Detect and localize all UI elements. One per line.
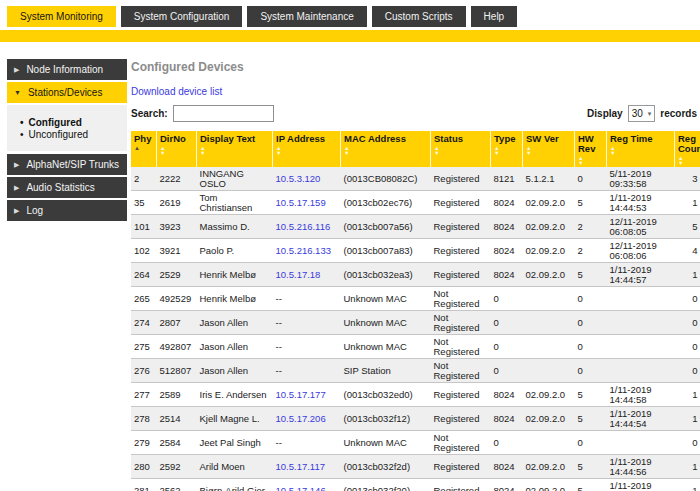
ip-cell: 10.5.17.117: [273, 455, 341, 479]
regtime-cell: [607, 431, 675, 455]
ip-cell: --: [273, 335, 341, 359]
column-label: Status: [434, 133, 463, 144]
column-header-type[interactable]: Type▲▼: [491, 131, 523, 167]
swver-cell: 5.1.2.1: [523, 167, 575, 191]
mac-cell: Unknown MAC: [341, 431, 431, 455]
dirno-cell: 2592: [157, 455, 197, 479]
sidebar-item-label: Stations/Devices: [28, 87, 102, 98]
ip-address-link[interactable]: 10.5.17.159: [276, 197, 326, 208]
tab-system-maintenance[interactable]: System Maintenance: [247, 6, 366, 27]
column-header-reg-time[interactable]: Reg Time▲▼: [607, 131, 675, 167]
status-cell: Registered: [431, 407, 491, 431]
mac-cell: (0013cb032ed0): [341, 383, 431, 407]
ip-address-link[interactable]: 10.5.17.206: [276, 413, 326, 424]
records-per-page-select[interactable]: 30 ▾: [628, 105, 656, 122]
sort-both-icon: ▲▼: [494, 146, 520, 155]
sort-both-icon: ▲▼: [344, 146, 428, 155]
column-header-reg-count[interactable]: Reg Count▲▼: [675, 131, 700, 167]
tab-system-monitoring[interactable]: System Monitoring: [7, 6, 116, 27]
ip-cell: 10.5.17.146: [273, 479, 341, 491]
regcount-cell: 1: [675, 383, 700, 407]
column-header-hw-rev[interactable]: HW Rev▲▼: [575, 131, 607, 167]
swver-cell: [523, 431, 575, 455]
records-per-page-value: 30: [632, 108, 643, 119]
column-header-dirno[interactable]: DirNo▲▼: [157, 131, 197, 167]
type-cell: 0: [491, 431, 523, 455]
device-row: 2792584Jeet Pal Singh--Unknown MACNot Re…: [131, 431, 700, 455]
ip-address-link[interactable]: 10.5.17.146: [276, 485, 326, 491]
regtime-cell: [607, 335, 675, 359]
dirno-cell: 512807: [157, 359, 197, 383]
status-cell: Registered: [431, 383, 491, 407]
sidebar-item-alphanet-sip-trunks[interactable]: ▶ AlphaNet/SIP Trunks: [7, 154, 127, 175]
hwrev-cell: 0: [575, 287, 607, 311]
column-header-phy[interactable]: Phy▲: [131, 131, 157, 167]
ip-address-link[interactable]: 10.5.17.18: [276, 269, 321, 280]
sort-both-icon: ▲▼: [578, 156, 604, 165]
regcount-cell: 1: [675, 191, 700, 215]
sort-both-icon: ▲▼: [200, 146, 270, 155]
device-row: 2772589Iris E. Andersen10.5.17.177(0013c…: [131, 383, 700, 407]
dirno-cell: 2529: [157, 263, 197, 287]
column-header-ip-address[interactable]: IP Address▲▼: [273, 131, 341, 167]
submenu-item-unconfigured[interactable]: • Unconfigured: [20, 129, 123, 141]
hwrev-cell: 5: [575, 455, 607, 479]
column-header-display-text[interactable]: Display Text▲▼: [197, 131, 273, 167]
bullet-icon: •: [20, 117, 24, 129]
phy-cell: 264: [131, 263, 157, 287]
device-row: 275492807Jason Allen--Unknown MACNot Reg…: [131, 335, 700, 359]
regtime-cell: 5/11-2019 09:33:58: [607, 167, 675, 191]
sidebar-item-node-information[interactable]: ▶ Node Information: [7, 59, 127, 80]
regtime-cell: [607, 359, 675, 383]
phy-cell: 279: [131, 431, 157, 455]
regcount-cell: 0: [675, 287, 700, 311]
swver-cell: 02.09.2.0: [523, 479, 575, 491]
hwrev-cell: 0: [575, 359, 607, 383]
mac-cell: (0013CB08082C): [341, 167, 431, 191]
tab-custom-scripts[interactable]: Custom Scripts: [372, 6, 466, 27]
dirno-cell: 2589: [157, 383, 197, 407]
ip-address-link[interactable]: 10.5.17.177: [276, 389, 326, 400]
tab-help[interactable]: Help: [471, 6, 518, 27]
ip-address-link[interactable]: 10.5.3.120: [276, 173, 321, 184]
sidebar-item-audio-statistics[interactable]: ▶ Audio Statistics: [7, 177, 127, 198]
hwrev-cell: 2: [575, 239, 607, 263]
display-cell: Henrik Melbø: [197, 263, 273, 287]
chevron-right-icon: ▶: [14, 66, 19, 73]
ip-address-link[interactable]: 10.5.17.117: [276, 461, 325, 472]
display-cell: Paolo P.: [197, 239, 273, 263]
ip-address-link[interactable]: 10.5.216.116: [276, 221, 331, 232]
device-row: 22222INNGANG OSLO10.5.3.120(0013CB08082C…: [131, 167, 700, 191]
sidebar-item-stations-devices[interactable]: ▼ Stations/Devices: [7, 82, 127, 103]
dirno-cell: 492529: [157, 287, 197, 311]
column-header-status[interactable]: Status▲▼: [431, 131, 491, 167]
download-device-list-link[interactable]: Download device list: [131, 86, 222, 97]
dirno-cell: 492807: [157, 335, 197, 359]
swver-cell: [523, 287, 575, 311]
phy-cell: 101: [131, 215, 157, 239]
chevron-right-icon: ▶: [14, 207, 19, 214]
column-label: SW Ver: [526, 133, 559, 144]
column-header-sw-ver[interactable]: SW Ver▲▼: [523, 131, 575, 167]
dirno-cell: 2807: [157, 311, 197, 335]
search-input[interactable]: [173, 105, 274, 122]
column-label: Reg Count: [678, 133, 700, 154]
hwrev-cell: 2: [575, 215, 607, 239]
submenu-item-configured[interactable]: • Configured: [20, 117, 123, 129]
regcount-cell: 1: [675, 407, 700, 431]
hwrev-cell: 0: [575, 335, 607, 359]
status-cell: Registered: [431, 263, 491, 287]
ip-cell: 10.5.17.159: [273, 191, 341, 215]
device-row: 1013923Massimo D.10.5.216.116(0013cb007a…: [131, 215, 700, 239]
swver-cell: 02.09.2.0: [523, 455, 575, 479]
column-header-mac-address[interactable]: MAC Address▲▼: [341, 131, 431, 167]
regcount-cell: 1: [675, 455, 700, 479]
mac-cell: Unknown MAC: [341, 335, 431, 359]
ip-address-link[interactable]: 10.5.216.133: [276, 245, 331, 256]
phy-cell: 265: [131, 287, 157, 311]
sidebar-item-log[interactable]: ▶ Log: [7, 200, 127, 221]
regtime-cell: 1/11-2019 14:44:57: [607, 263, 675, 287]
tab-system-configuration[interactable]: System Configuration: [121, 6, 243, 27]
status-cell: Registered: [431, 239, 491, 263]
ip-cell: 10.5.3.120: [273, 167, 341, 191]
